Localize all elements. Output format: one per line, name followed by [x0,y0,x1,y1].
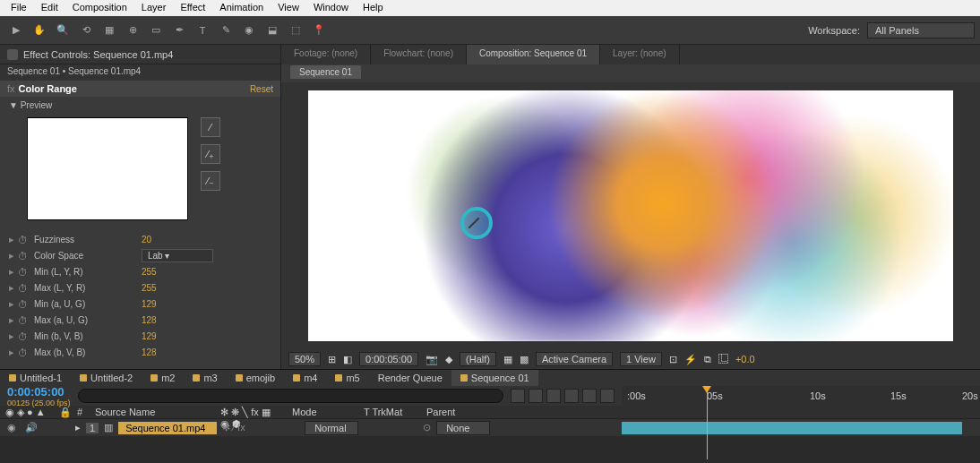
param-dropdown[interactable]: Lab ▾ [142,249,213,262]
stopwatch-icon[interactable]: ⏱ [18,347,30,357]
selection-tool[interactable]: ▶ [5,20,27,41]
menu-view[interactable]: View [271,0,306,16]
expand-arrow[interactable]: ▸ [9,250,18,262]
param-value[interactable]: 128 [142,347,157,357]
roi-icon[interactable]: ▦ [503,354,512,365]
roto-tool[interactable]: ⬚ [285,20,306,41]
param-value[interactable]: 20 [142,235,151,244]
grid-icon[interactable]: ⊞ [328,354,336,365]
shape-tool[interactable]: ▭ [145,20,167,41]
fx-toggle[interactable]: fx [7,83,15,94]
channel-icon[interactable]: ◆ [445,354,452,365]
hand-tool[interactable]: ✋ [29,20,50,41]
eyedropper-sub[interactable]: ⁄₋ [201,171,220,191]
puppet-tool[interactable]: 📍 [308,20,330,41]
hide-shy-icon[interactable] [546,389,561,403]
timeline-tab[interactable]: m4 [284,370,326,386]
eyedropper-add[interactable]: ⁄₊ [201,144,220,164]
anchor-tool[interactable]: ⊕ [122,20,143,41]
param-value[interactable]: 255 [142,267,157,277]
timeline-tab[interactable]: Untitled-2 [71,370,142,386]
preview-label[interactable]: ▼ Preview [0,97,280,114]
menu-animation[interactable]: Animation [212,0,271,16]
menu-window[interactable]: Window [306,0,356,16]
visibility-toggle[interactable]: ◉ [7,422,20,434]
timeline-tab[interactable]: m5 [326,370,368,386]
menu-help[interactable]: Help [356,0,391,16]
expand-arrow[interactable]: ▸ [9,234,18,245]
stopwatch-icon[interactable]: ⏱ [18,251,30,261]
time-display[interactable]: 0:00:05:00 [359,352,418,366]
timeline-icon[interactable]: ⧉ [704,354,711,365]
param-value[interactable]: 129 [142,299,157,309]
expand-arrow[interactable]: ▸ [9,298,18,310]
comp-mini-flowchart-icon[interactable] [511,389,525,403]
comp-tab[interactable]: Layer: (none) [600,45,679,64]
layer-duration-bar[interactable] [622,422,962,434]
col-parent[interactable]: Parent [421,406,484,418]
eyedropper-key[interactable]: ⁄ [201,117,220,137]
col-mode[interactable]: Mode [287,406,358,418]
stopwatch-icon[interactable]: ⏱ [18,315,30,325]
comp-tab[interactable]: Composition: Sequence 01 [467,45,600,64]
stopwatch-icon[interactable]: ⏱ [18,235,30,244]
layer-name[interactable]: Sequence 01.mp4 [118,422,217,434]
rotate-tool[interactable]: ⟲ [75,20,97,41]
timeline-tab[interactable]: emojib [227,370,284,386]
snapshot-icon[interactable]: 📷 [426,354,438,365]
layer-row[interactable]: ◉ 🔊 ▸ 1 ▥ Sequence 01.mp4 ✻ ⁄ fx Normal … [0,418,980,436]
playhead[interactable] [707,386,708,459]
text-tool[interactable]: T [192,20,213,41]
pen-tool[interactable]: ✒ [168,20,190,41]
draft-3d-icon[interactable] [529,389,543,403]
menu-composition[interactable]: Composition [65,0,134,16]
canvas[interactable] [308,90,953,341]
sequence-tab[interactable]: Sequence 01 [290,65,361,79]
param-value[interactable]: 255 [142,283,157,293]
motion-blur-icon[interactable] [582,389,597,403]
parent-dropdown[interactable]: None [436,421,490,435]
fast-preview-icon[interactable]: ⚡ [684,354,697,365]
resolution-dropdown[interactable]: (Half) [460,352,496,366]
views-dropdown[interactable]: 1 View [620,352,662,366]
expand-arrow[interactable]: ▸ [9,330,18,342]
workspace-dropdown[interactable]: All Panels [867,22,975,39]
effect-name[interactable]: Color Range [19,83,77,94]
reset-button[interactable]: Reset [250,84,273,94]
col-source[interactable]: Source Name [90,406,215,418]
stopwatch-icon[interactable]: ⏱ [18,331,30,341]
stopwatch-icon[interactable]: ⏱ [18,283,30,293]
graph-editor-icon[interactable] [600,389,615,403]
timeline-tab[interactable]: Render Queue [369,370,451,386]
menu-layer[interactable]: Layer [134,0,174,16]
audio-toggle[interactable]: 🔊 [25,422,38,433]
timeline-tab[interactable]: m3 [184,370,226,386]
transparency-icon[interactable]: ▩ [520,354,529,365]
timeline-tab[interactable]: m2 [142,370,184,386]
param-value[interactable]: 128 [142,315,157,325]
expand-arrow[interactable]: ▸ [9,314,18,326]
brush-tool[interactable]: ✎ [215,20,236,41]
eraser-tool[interactable]: ⬓ [262,20,283,41]
param-value[interactable]: 129 [142,331,157,341]
expand-arrow[interactable]: ▸ [9,347,18,358]
timeline-tab[interactable]: Sequence 01 [451,370,538,386]
comp-tab[interactable]: Flowchart: (none) [371,45,467,64]
zoom-tool[interactable]: 🔍 [52,20,73,41]
camera-dropdown[interactable]: Active Camera [536,352,613,366]
menu-effect[interactable]: Effect [173,0,212,16]
flowchart-icon[interactable]: ⿺ [718,354,728,364]
menu-edit[interactable]: Edit [34,0,65,16]
layer-search[interactable] [78,389,503,403]
pixel-aspect-icon[interactable]: ⊡ [669,354,677,365]
frame-blend-icon[interactable] [564,389,579,403]
blend-mode-dropdown[interactable]: Normal [305,421,358,435]
expand-arrow[interactable]: ▸ [9,266,18,278]
expand-arrow[interactable]: ▸ [9,282,18,294]
zoom-dropdown[interactable]: 50% [288,352,321,366]
time-ruler[interactable]: :00s 05s 10s 15s 20s [622,386,980,406]
stopwatch-icon[interactable]: ⏱ [18,299,30,309]
comp-tab[interactable]: Footage: (none) [281,45,371,64]
exposure-value[interactable]: +0.0 [735,354,755,364]
timeline-tab[interactable]: Untitled-1 [0,370,71,386]
